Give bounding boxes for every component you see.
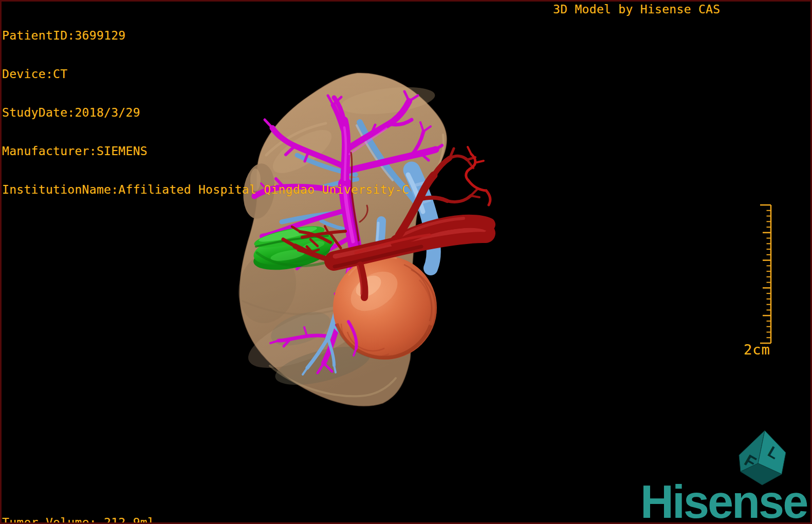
study-date-line: StudyDate:2018/3/29 — [2, 106, 409, 119]
tumor[interactable] — [333, 256, 437, 360]
patient-info-block: PatientID:3699129 Device:CT StudyDate:20… — [2, 4, 409, 222]
device-line: Device:CT — [2, 68, 409, 81]
patient-id-line: PatientID:3699129 — [2, 29, 409, 42]
watermark-title: 3D Model by Hisense CAS — [553, 3, 720, 16]
manufacturer-line: Manufacturer:SIEMENS — [2, 145, 409, 158]
scale-ruler — [760, 205, 771, 343]
tumor-volume-line: Tumor Volume: 212.9ml — [2, 516, 155, 524]
institution-line: InstitutionName:Affiliated Hospital Qing… — [2, 183, 409, 196]
volume-info-block: Tumor Volume: 212.9ml Liver Volume: 1303… — [2, 491, 155, 524]
viewer-screen: F L PatientID:3699129 Device:CT StudyDat… — [0, 0, 812, 524]
hisense-logo: Hisense — [640, 479, 807, 524]
scale-bar-label: 2cm — [744, 343, 770, 356]
